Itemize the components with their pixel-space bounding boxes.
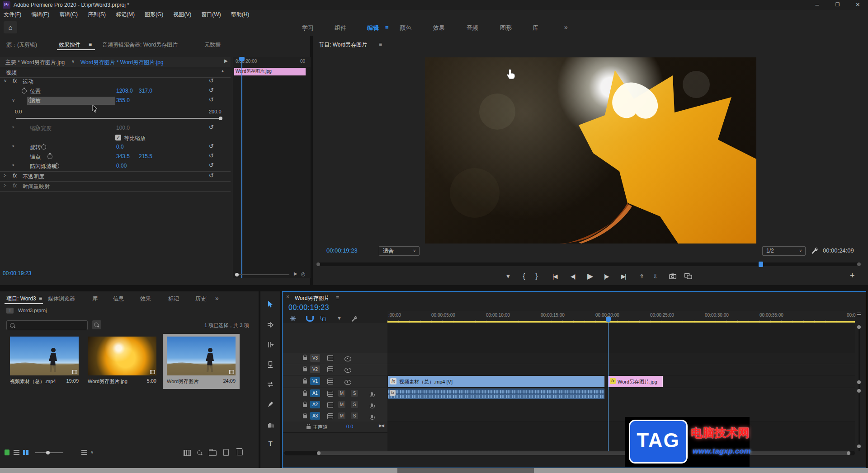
tab-history[interactable]: 历史记 [195,295,207,303]
tab-source-monitor[interactable]: 源：(无剪辑) [6,41,37,49]
mini-timeline-toggle-icon[interactable]: ▶ [224,58,228,63]
ripple-edit-tool[interactable] [267,341,274,348]
voiceover-mic-icon[interactable] [371,415,373,418]
hand-tool[interactable] [267,421,274,428]
workspace-tab-libraries[interactable]: 库 [533,24,538,32]
tab-effects[interactable]: 效果 [140,295,151,303]
scale-value[interactable]: 355.0 [116,97,130,103]
track-lane-v3[interactable] [387,353,855,364]
sort-icon[interactable] [81,450,87,455]
anchor-y-value[interactable]: 215.5 [139,153,152,159]
effects-playhead-line[interactable] [241,58,242,278]
button-editor-plus-icon[interactable]: + [850,271,855,281]
track-output-eye-icon[interactable] [344,380,351,385]
workspace-tab-editing-menu-icon[interactable]: ≡ [385,24,389,31]
master-pan-icon[interactable]: ▶◀ [379,423,383,428]
effects-zoom-handle[interactable] [235,273,239,276]
scale-width-reset-icon[interactable]: ↺ [209,124,214,131]
timeline-clip-audio[interactable]: fx [388,389,604,399]
go-to-in-button[interactable]: |◀ [552,273,557,280]
menu-graphics[interactable]: 图形(G) [145,11,163,19]
track-header-master[interactable]: 主声道 0.0 ▶◀ [283,421,387,433]
hscroll-right-cap[interactable] [847,451,850,455]
comparison-view-icon[interactable] [684,273,692,279]
vscroll-bottom-handle[interactable] [857,445,861,448]
track-badge-v3[interactable]: V3 [310,354,320,362]
effect-controls-menu-icon[interactable]: ≡ [89,41,92,47]
menu-window[interactable]: 窗口(W) [201,11,221,19]
new-item-icon[interactable] [223,449,229,456]
rotation-value[interactable]: 0.0 [116,144,124,150]
lift-button[interactable]: ⇧ [639,273,644,280]
workspace-tab-effects[interactable]: 效果 [433,24,445,32]
workspace-overflow-icon[interactable]: » [564,23,568,31]
sync-lock-icon[interactable] [327,355,333,361]
motion-reset-icon[interactable]: ↺ [209,77,214,84]
linked-selection-icon[interactable] [321,316,326,321]
track-select-forward-tool[interactable] [267,321,274,328]
track-lane-a2[interactable] [387,399,855,411]
scale-slider-handle[interactable] [219,117,222,120]
track-header-v3[interactable]: V3 [283,353,387,364]
find-icon[interactable] [197,450,202,455]
lock-icon[interactable] [303,357,307,360]
opacity-expand-icon[interactable]: > [4,173,6,178]
sync-lock-icon[interactable] [327,413,333,419]
search-in-bin-button[interactable] [92,320,101,329]
motion-expand-icon[interactable]: ∨ [4,78,7,83]
mute-button[interactable]: M [338,401,345,408]
scale-width-expand-icon[interactable]: > [12,125,14,130]
vzoom-handle-2[interactable] [857,389,861,393]
hscroll-left-cap[interactable] [317,451,321,455]
voiceover-mic-icon[interactable] [371,403,373,407]
menu-edit[interactable]: 编辑(E) [31,11,49,19]
timeline-add-marker-icon[interactable]: ▼ [337,315,342,321]
video-section-collapse-icon[interactable]: ▲ [221,69,225,73]
sort-chevron-icon[interactable]: ∨ [90,450,94,454]
tab-metadata[interactable]: 元数据 [204,41,221,49]
project-item-1-thumbnail[interactable] [10,337,79,375]
project-root-icon[interactable]: ↑ [6,308,14,314]
close-button[interactable]: × [848,0,868,10]
effects-zoom-fit-icon[interactable]: ◎ [301,271,306,277]
selection-tool[interactable] [267,300,274,308]
sync-lock-icon[interactable] [327,366,333,372]
menu-sequence[interactable]: 序列(S) [88,11,106,19]
step-back-button[interactable]: ◀| [571,273,575,280]
mini-clip-image[interactable]: Word另存图片.jpg [234,68,306,75]
go-to-out-button[interactable]: ▶| [621,273,625,280]
project-item-2-name[interactable]: Word另存图片.jpg [88,378,127,385]
effects-zoom-scrollbar[interactable] [237,274,289,275]
lock-icon[interactable] [303,415,307,418]
timeline-clip-image[interactable]: fx Word另存图片.jpg [608,376,663,387]
vzoom-handle-1[interactable] [857,380,861,384]
master-clip-label[interactable]: 主要 * Word另存图片.jpg [5,59,65,66]
lock-icon[interactable] [303,380,307,384]
menu-file[interactable]: 文件(F) [4,11,21,19]
track-header-v1[interactable]: V1 [283,375,387,388]
motion-effect-label[interactable]: 运动 [23,78,33,86]
mark-in-button[interactable]: { [521,272,527,280]
minimize-button[interactable]: – [807,0,827,10]
anchor-x-value[interactable]: 343.5 [116,153,130,159]
play-button[interactable]: ▶ [587,272,593,281]
track-badge-v1[interactable]: V1 [310,377,320,385]
scale-reset-icon[interactable]: ↺ [209,96,214,103]
lock-icon[interactable] [303,404,307,407]
work-area-bar[interactable] [387,321,855,323]
anchor-reset-icon[interactable]: ↺ [209,152,214,159]
position-stopwatch-icon[interactable] [22,89,27,94]
project-file-name[interactable]: Word3.prproj [18,308,47,313]
project-item-3-selected[interactable]: Word另存图片 24:09 [163,334,240,389]
workspace-tab-color[interactable]: 颜色 [400,24,411,32]
mute-button[interactable]: M [338,390,345,397]
menu-clip[interactable]: 剪辑(C) [59,11,78,19]
menu-view[interactable]: 视图(V) [173,11,191,19]
program-timecode[interactable]: 00:00:19:23 [326,247,358,254]
project-writable-icon[interactable] [5,450,9,455]
master-volume-value[interactable]: 0.0 [346,424,353,429]
workspace-tab-assembly[interactable]: 组件 [335,24,346,32]
voiceover-mic-icon[interactable] [371,392,373,396]
fit-dropdown[interactable]: 适合 ∨ [379,246,420,256]
workspace-tab-audio[interactable]: 音频 [467,24,478,32]
